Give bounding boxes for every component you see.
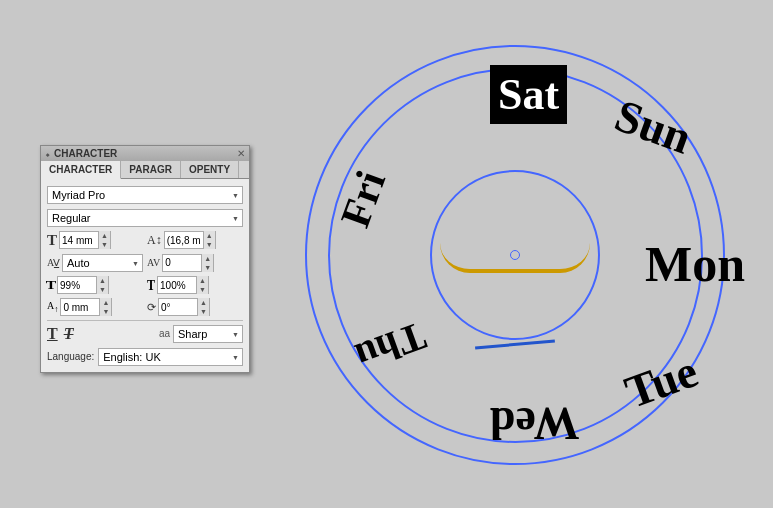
font-size-spinbox: 14 mm ▲ ▼ — [59, 231, 111, 249]
rotation-up[interactable]: ▲ — [197, 298, 209, 307]
canvas-area: Sat Sun Mon Tue Wed Thu Fri — [270, 10, 760, 500]
hscale-icon: T — [46, 278, 56, 293]
vscale-group: T 100% ▲ ▼ — [147, 276, 243, 294]
font-family-row: Myriad Pro — [47, 185, 243, 204]
vscale-spinbox: 100% ▲ ▼ — [157, 276, 209, 294]
hscale-group: T 99% ▲ ▼ — [47, 276, 143, 294]
tracking-group: AV 0 ▲ ▼ — [147, 254, 243, 272]
t-strikethrough-icon[interactable]: T — [64, 325, 74, 343]
day-wed: Wed — [490, 397, 579, 450]
tracking-spinbox: 0 ▲ ▼ — [162, 254, 214, 272]
leading-input[interactable]: (16,8 m — [165, 232, 203, 248]
font-style-select[interactable]: Regular — [47, 209, 243, 227]
rotation-input[interactable]: 0° — [159, 299, 197, 315]
divider — [47, 320, 243, 321]
rotation-group: ⟳ 0° ▲ ▼ — [147, 298, 243, 316]
language-row: Language: English: UK — [47, 347, 243, 366]
baseline-down[interactable]: ▼ — [99, 307, 111, 316]
rotation-icon: ⟳ — [147, 301, 156, 314]
tracking-down[interactable]: ▼ — [201, 263, 213, 272]
leading-icon: A↕ — [147, 233, 162, 248]
hscale-down[interactable]: ▼ — [96, 285, 108, 294]
vscale-up[interactable]: ▲ — [196, 276, 208, 285]
t-underline-icon[interactable]: T — [47, 325, 58, 343]
character-panel: ⬥ CHARACTER ✕ CHARACTER PARAGR OPENTY My… — [40, 145, 250, 373]
rotation-down[interactable]: ▼ — [197, 307, 209, 316]
tracking-up[interactable]: ▲ — [201, 254, 213, 263]
vscale-down[interactable]: ▼ — [196, 285, 208, 294]
rotation-spinbox: 0° ▲ ▼ — [158, 298, 210, 316]
day-sat: Sat — [490, 65, 567, 124]
tt-aa-row: T T aа Sharp — [47, 324, 243, 343]
tab-character[interactable]: CHARACTER — [41, 161, 121, 179]
vscale-input[interactable]: 100% — [158, 277, 196, 293]
leading-down[interactable]: ▼ — [203, 240, 215, 249]
tracking-input[interactable]: 0 — [163, 255, 201, 271]
hscale-input[interactable]: 99% — [58, 277, 96, 293]
aa-icon: aа — [159, 328, 170, 339]
day-mon: Mon — [645, 235, 745, 293]
tracking-icon: AV — [147, 257, 160, 268]
baseline-up[interactable]: ▲ — [99, 298, 111, 307]
vscale-icon: T — [147, 275, 155, 295]
panel-titlebar: ⬥ CHARACTER ✕ — [41, 146, 249, 161]
baseline-spinbox: 0 mm ▲ ▼ — [60, 298, 112, 316]
antialiasing-field: aа Sharp — [159, 324, 243, 343]
scale-row: T 99% ▲ ▼ T 100% ▲ ▼ — [47, 276, 243, 294]
language-label: Language: — [47, 351, 94, 362]
rotation-arrows[interactable]: ▲ ▼ — [197, 298, 209, 316]
baseline-arrows[interactable]: ▲ ▼ — [99, 298, 111, 316]
kerning-select[interactable]: Auto — [62, 254, 143, 272]
language-select[interactable]: English: UK — [98, 348, 243, 366]
kerning-group: AV̲ Auto — [47, 253, 143, 272]
tab-opentype[interactable]: OPENTY — [181, 161, 239, 178]
panel-body: Myriad Pro Regular T 14 mm ▲ ▼ — [41, 179, 249, 372]
yellow-arc — [440, 243, 590, 273]
hscale-spinbox: 99% ▲ ▼ — [57, 276, 109, 294]
tracking-arrows[interactable]: ▲ ▼ — [201, 254, 213, 272]
font-size-group: T 14 mm ▲ ▼ — [47, 231, 143, 249]
leading-spinbox: (16,8 m ▲ ▼ — [164, 231, 216, 249]
panel-close-icon[interactable]: ✕ — [237, 148, 245, 159]
leading-group: A↕ (16,8 m ▲ ▼ — [147, 231, 243, 249]
panel-tabs: CHARACTER PARAGR OPENTY — [41, 161, 249, 179]
antialiasing-select[interactable]: Sharp — [173, 325, 243, 343]
kerning-icon: AV̲ — [47, 257, 60, 268]
size-leading-row: T 14 mm ▲ ▼ A↕ (16,8 m ▲ ▼ — [47, 231, 243, 249]
baseline-input[interactable]: 0 mm — [61, 299, 99, 315]
vscale-arrows[interactable]: ▲ ▼ — [196, 276, 208, 294]
tab-paragraph[interactable]: PARAGR — [121, 161, 181, 178]
panel-title: CHARACTER — [54, 148, 117, 159]
baseline-icon: A↑ — [47, 300, 58, 314]
leading-arrows[interactable]: ▲ ▼ — [203, 231, 215, 249]
font-style-row: Regular — [47, 208, 243, 227]
panel-arrows-icon: ⬥ — [45, 149, 50, 159]
baseline-rotation-row: A↑ 0 mm ▲ ▼ ⟳ 0° ▲ ▼ — [47, 298, 243, 316]
hscale-up[interactable]: ▲ — [96, 276, 108, 285]
circle-container: Sat Sun Mon Tue Wed Thu Fri — [305, 45, 725, 465]
leading-up[interactable]: ▲ — [203, 231, 215, 240]
font-size-arrows[interactable]: ▲ ▼ — [98, 231, 110, 249]
kern-track-row: AV̲ Auto AV 0 ▲ ▼ — [47, 253, 243, 272]
font-size-up[interactable]: ▲ — [98, 231, 110, 240]
font-size-input[interactable]: 14 mm — [60, 232, 98, 248]
font-size-icon: T — [47, 232, 57, 249]
font-size-down[interactable]: ▼ — [98, 240, 110, 249]
font-family-select[interactable]: Myriad Pro — [47, 186, 243, 204]
baseline-group: A↑ 0 mm ▲ ▼ — [47, 298, 143, 316]
hscale-arrows[interactable]: ▲ ▼ — [96, 276, 108, 294]
